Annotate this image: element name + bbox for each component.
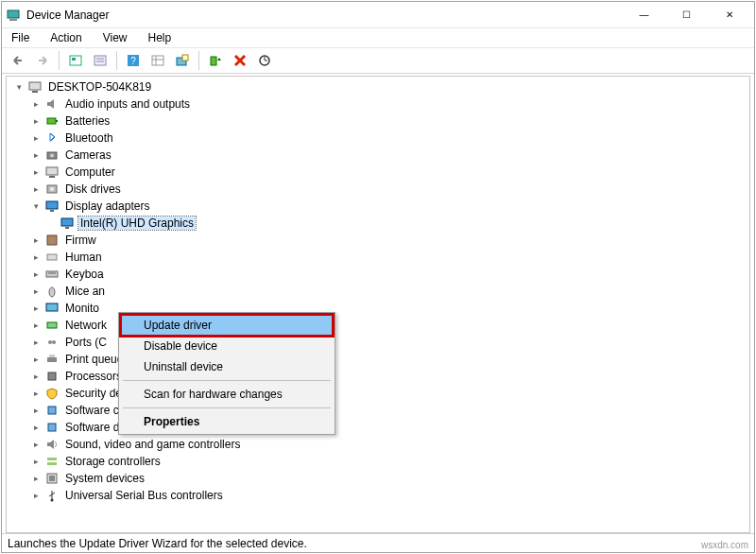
expand-icon[interactable]: ▸: [29, 421, 43, 434]
audio-icon: [44, 96, 60, 112]
maximize-button[interactable]: ☐: [665, 2, 708, 28]
window-title: Device Manager: [26, 9, 109, 22]
collapse-icon[interactable]: ▾: [12, 80, 26, 94]
svg-text:?: ?: [130, 56, 136, 66]
svg-rect-26: [46, 201, 58, 209]
tree-category[interactable]: ▸Keyboa: [12, 266, 747, 283]
expand-icon[interactable]: ▸: [29, 131, 43, 145]
tree-category[interactable]: ▸Mice an: [12, 283, 747, 300]
expand-icon[interactable]: ▸: [29, 438, 43, 451]
ctx-uninstall-device[interactable]: Uninstall device: [121, 356, 333, 377]
tree-category-label: Firmw: [63, 234, 98, 247]
collapse-icon[interactable]: ▾: [29, 199, 43, 213]
delete-icon[interactable]: [230, 50, 250, 71]
svg-rect-0: [8, 10, 19, 18]
tree-root[interactable]: ▾ DESKTOP-504K819: [12, 78, 747, 95]
details-icon[interactable]: [147, 50, 168, 71]
menu-action[interactable]: Action: [46, 30, 85, 45]
properties-icon[interactable]: [90, 50, 111, 71]
svg-point-37: [48, 340, 52, 344]
expand-icon[interactable]: ▸: [29, 472, 43, 485]
svg-rect-18: [47, 118, 56, 124]
ctx-properties[interactable]: Properties: [121, 411, 333, 432]
expand-icon[interactable]: ▸: [29, 302, 43, 315]
tree-category[interactable]: ▸Human: [12, 249, 747, 266]
component-icon: [44, 403, 60, 418]
tree-category-label: Monito: [63, 302, 101, 315]
menu-help[interactable]: Help: [145, 30, 176, 45]
menu-file[interactable]: File: [8, 30, 33, 45]
tree-category[interactable]: ▸Firmw: [12, 232, 747, 249]
hid-icon: [44, 250, 60, 265]
expand-icon[interactable]: ▸: [29, 353, 43, 366]
minimize-button[interactable]: —: [623, 2, 665, 28]
expand-icon[interactable]: ▸: [29, 114, 43, 128]
tree-category-label: Display adapters: [63, 199, 151, 213]
back-arrow-icon[interactable]: [8, 50, 28, 71]
monitor-icon: [44, 301, 60, 316]
expand-icon[interactable]: ▸: [29, 234, 43, 247]
ctx-separator: [123, 407, 331, 408]
expand-icon[interactable]: ▸: [29, 251, 43, 264]
usb-icon: [44, 488, 60, 503]
expand-icon[interactable]: ▸: [29, 319, 43, 332]
firmware-icon: [44, 233, 60, 248]
svg-rect-23: [49, 176, 55, 178]
ctx-disable-device[interactable]: Disable device: [121, 336, 333, 356]
expand-icon[interactable]: ▸: [29, 336, 43, 349]
menu-view[interactable]: View: [99, 30, 131, 45]
ctx-scan-hardware[interactable]: Scan for hardware changes: [121, 384, 333, 405]
show-hidden-icon[interactable]: [65, 50, 86, 71]
ctx-update-driver[interactable]: Update driver: [121, 315, 333, 336]
svg-rect-13: [182, 55, 188, 61]
tree-device-label: Intel(R) UHD Graphics: [78, 216, 196, 230]
svg-rect-43: [48, 424, 56, 431]
expand-icon[interactable]: ▸: [29, 489, 43, 502]
display-icon: [60, 216, 75, 231]
tree-category[interactable]: ▸Batteries: [12, 113, 747, 130]
expand-icon[interactable]: ▸: [29, 165, 43, 179]
tree-category-label: System devices: [63, 472, 146, 485]
scan-hardware-icon[interactable]: [254, 50, 275, 71]
tree-category[interactable]: ▸Universal Serial Bus controllers: [12, 487, 747, 504]
tree-category[interactable]: ▸Computer: [12, 164, 747, 181]
svg-rect-22: [46, 167, 58, 175]
tree-category[interactable]: ▾Display adapters: [12, 198, 747, 215]
camera-icon: [44, 147, 60, 163]
security-icon: [44, 386, 60, 401]
tree-device[interactable]: Intel(R) UHD Graphics: [12, 215, 747, 232]
tree-category-label: Network: [63, 319, 109, 332]
update-driver-icon[interactable]: [172, 50, 193, 71]
svg-rect-1: [9, 19, 17, 21]
expand-icon[interactable]: ▸: [29, 148, 43, 162]
ports-icon: [44, 335, 60, 350]
expand-icon[interactable]: ▸: [29, 97, 43, 111]
tree-category[interactable]: ▸Audio inputs and outputs: [12, 95, 747, 113]
expand-icon[interactable]: ▸: [29, 404, 43, 417]
tree-category-label: Processors: [63, 370, 124, 383]
help-icon[interactable]: ?: [123, 50, 144, 71]
expand-icon[interactable]: ▸: [29, 182, 43, 196]
svg-rect-16: [29, 82, 41, 90]
forward-arrow-icon[interactable]: [32, 50, 53, 71]
tree-category[interactable]: ▸Storage controllers: [12, 453, 747, 470]
expand-icon[interactable]: ▸: [29, 268, 43, 281]
device-manager-window: Device Manager — ☐ ✕ File Action View He…: [1, 1, 755, 553]
svg-rect-45: [47, 462, 57, 465]
device-tree[interactable]: ▾ DESKTOP-504K819 ▸Audio inputs and outp…: [6, 76, 750, 533]
svg-rect-30: [47, 235, 57, 245]
uninstall-icon[interactable]: [205, 50, 226, 71]
expand-icon[interactable]: ▸: [29, 387, 43, 400]
tree-category[interactable]: ▸Sound, video and game controllers: [12, 436, 747, 453]
expand-icon[interactable]: ▸: [29, 455, 43, 468]
tree-category[interactable]: ▸Cameras: [12, 147, 747, 164]
svg-rect-36: [47, 322, 57, 328]
tree-category[interactable]: ▸System devices: [12, 470, 747, 487]
tree-category[interactable]: ▸Disk drives: [12, 181, 747, 198]
svg-point-21: [50, 154, 54, 158]
mouse-icon: [44, 284, 60, 299]
expand-icon[interactable]: ▸: [29, 370, 43, 383]
expand-icon[interactable]: ▸: [29, 285, 43, 298]
close-button[interactable]: ✕: [708, 2, 750, 28]
tree-category[interactable]: ▸Bluetooth: [12, 130, 747, 147]
